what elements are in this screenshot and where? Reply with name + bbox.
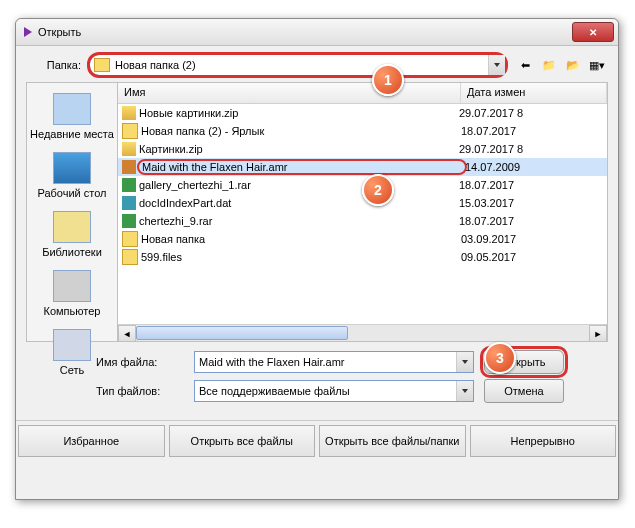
file-list: Имя Дата измен Новые картинки.zip29.07.2… (118, 82, 608, 342)
bottom-button-bar: Избранное Открыть все файлы Открыть все … (16, 420, 618, 461)
chevron-down-icon[interactable] (456, 381, 473, 401)
file-icon (122, 106, 136, 120)
computer-icon (53, 270, 91, 302)
horizontal-scrollbar[interactable]: ◄ ► (118, 324, 607, 341)
file-date: 18.07.2017 (461, 125, 603, 137)
file-date: 03.09.2017 (461, 233, 603, 245)
titlebar[interactable]: Открыть ✕ (16, 19, 618, 46)
file-icon (122, 142, 136, 156)
filetype-label: Тип файлов: (96, 385, 186, 397)
file-name: Новая папка (2) - Ярлык (141, 125, 461, 137)
back-button[interactable]: ⬅ (514, 54, 536, 76)
file-name: Maid with the Flaxen Hair.amr (139, 161, 465, 173)
file-icon (122, 178, 136, 192)
step-badge-3: 3 (484, 342, 516, 374)
file-date: 18.07.2017 (459, 215, 603, 227)
place-computer[interactable]: Компьютер (27, 264, 117, 323)
view-menu-button[interactable]: ▦▾ (586, 54, 608, 76)
up-folder-icon: 📁 (542, 59, 556, 72)
place-libraries[interactable]: Библиотеки (27, 205, 117, 264)
file-name: gallery_chertezhi_1.rar (139, 179, 459, 191)
cancel-button[interactable]: Отмена (484, 379, 564, 403)
scroll-right-icon[interactable]: ► (589, 325, 607, 342)
step-badge-1: 1 (372, 64, 404, 96)
continuous-button[interactable]: Непрерывно (470, 425, 617, 457)
file-list-header: Имя Дата измен (118, 83, 607, 104)
file-date: 29.07.2017 8 (459, 143, 603, 155)
place-recent[interactable]: Недавние места (27, 87, 117, 146)
window-title: Открыть (38, 26, 572, 38)
recent-icon (53, 93, 91, 125)
open-all-files-folders-button[interactable]: Открыть все файлы/папки (319, 425, 466, 457)
file-row[interactable]: Maid with the Flaxen Hair.amr14.07.2009 (118, 158, 607, 176)
open-all-files-button[interactable]: Открыть все файлы (169, 425, 316, 457)
new-folder-button[interactable]: 📂 (562, 54, 584, 76)
folder-icon (94, 58, 110, 72)
favorites-button[interactable]: Избранное (18, 425, 165, 457)
file-date: 09.05.2017 (461, 251, 603, 263)
file-date: 14.07.2009 (465, 161, 603, 173)
scroll-track[interactable] (136, 325, 589, 341)
file-icon (122, 214, 136, 228)
file-name: 599.files (141, 251, 461, 263)
app-icon (24, 27, 32, 37)
file-row[interactable]: Новая папка03.09.2017 (118, 230, 607, 248)
close-button[interactable]: ✕ (572, 22, 614, 42)
file-date: 15.03.2017 (459, 197, 603, 209)
folder-combo[interactable]: Новая папка (2) (89, 54, 506, 76)
file-row[interactable]: Картинки.zip29.07.2017 8 (118, 140, 607, 158)
file-name: Новые картинки.zip (139, 107, 459, 119)
chevron-down-icon[interactable] (488, 55, 505, 75)
folder-label: Папка: (26, 59, 81, 71)
desktop-icon (53, 152, 91, 184)
chevron-down-icon[interactable] (456, 352, 473, 372)
file-icon (122, 249, 138, 265)
scroll-thumb[interactable] (136, 326, 348, 340)
network-icon (53, 329, 91, 361)
file-date: 18.07.2017 (459, 179, 603, 191)
place-network[interactable]: Сеть (27, 323, 117, 382)
file-name: chertezhi_9.rar (139, 215, 459, 227)
filename-label: Имя файла: (96, 356, 186, 368)
file-date: 29.07.2017 8 (459, 107, 603, 119)
libraries-icon (53, 211, 91, 243)
file-row[interactable]: 599.files09.05.2017 (118, 248, 607, 266)
new-folder-icon: 📂 (566, 59, 580, 72)
places-bar: Недавние места Рабочий стол Библиотеки К… (26, 82, 118, 342)
file-name: Картинки.zip (139, 143, 459, 155)
filetype-combo[interactable]: Все поддерживаемые файлы (194, 380, 474, 402)
file-list-body[interactable]: Новые картинки.zip29.07.2017 8Новая папк… (118, 104, 607, 324)
up-button[interactable]: 📁 (538, 54, 560, 76)
step-badge-2: 2 (362, 174, 394, 206)
column-date[interactable]: Дата измен (461, 83, 607, 103)
file-name: Новая папка (141, 233, 461, 245)
file-icon (122, 231, 138, 247)
scroll-left-icon[interactable]: ◄ (118, 325, 136, 342)
filename-input[interactable]: Maid with the Flaxen Hair.amr (194, 351, 474, 373)
folder-value: Новая папка (2) (115, 59, 196, 71)
file-row[interactable]: Новая папка (2) - Ярлык18.07.2017 (118, 122, 607, 140)
file-icon (122, 196, 136, 210)
file-name: docIdIndexPart.dat (139, 197, 459, 209)
file-row[interactable]: Новые картинки.zip29.07.2017 8 (118, 104, 607, 122)
file-row[interactable]: chertezhi_9.rar18.07.2017 (118, 212, 607, 230)
view-icon: ▦▾ (589, 59, 605, 72)
place-desktop[interactable]: Рабочий стол (27, 146, 117, 205)
open-file-dialog: Открыть ✕ Папка: Новая папка (2) ⬅ 📁 📂 ▦… (15, 18, 619, 500)
file-icon (122, 160, 136, 174)
file-icon (122, 123, 138, 139)
column-name[interactable]: Имя (118, 83, 461, 103)
back-icon: ⬅ (521, 59, 530, 72)
